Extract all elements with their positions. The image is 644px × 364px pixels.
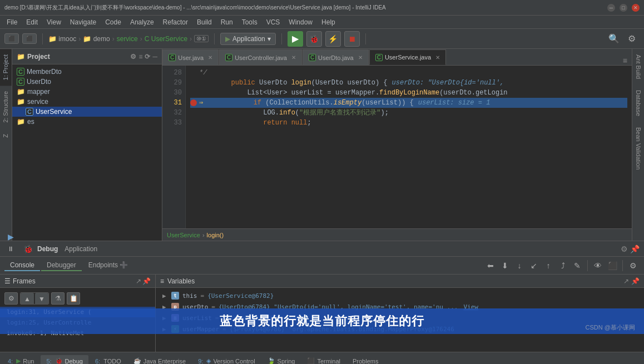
tab-problems[interactable]: Problems (347, 356, 384, 365)
tree-item-service[interactable]: 📁 service (12, 97, 162, 107)
frame-funnel-btn[interactable]: ⚗ (51, 292, 65, 305)
tree-item-memberdto[interactable]: C MemberDto (12, 67, 162, 77)
var-item-this[interactable]: ▶ t this = {UserService@6782} (156, 290, 644, 301)
menu-refactor[interactable]: Refactor (158, 17, 192, 27)
tree-item-userservice[interactable]: C UserService (12, 107, 162, 117)
project-collapse-icon[interactable]: ─ (152, 53, 157, 61)
debug-tab-debugger[interactable]: Debugger (41, 260, 82, 271)
je-icon: ☕ (133, 357, 141, 364)
debug-settings-icon[interactable]: ⚙ (621, 245, 628, 253)
menu-navigate[interactable]: Navigate (66, 17, 101, 27)
menu-help[interactable]: Help (317, 17, 340, 27)
menu-tools[interactable]: Tools (237, 17, 262, 27)
step-into-button[interactable]: ↓ (513, 259, 526, 272)
toolbar: ⬛ ⬛ 📁 imooc › 📁 demo › service › C UserS… (0, 29, 644, 49)
bc-service[interactable]: service (117, 35, 138, 43)
frames-pin-icon[interactable]: 📌 (142, 277, 151, 285)
debug-tab-endpoints[interactable]: Endpoints ➕ (83, 260, 134, 271)
tree-item-userdto[interactable]: C UserDto (12, 77, 162, 87)
editor-settings-icon[interactable]: ≡ (623, 56, 627, 65)
maximize-button[interactable]: □ (620, 4, 627, 12)
menu-view[interactable]: View (42, 17, 66, 27)
watch-button[interactable]: 👁 (591, 259, 605, 272)
sidebar-database[interactable]: Database (632, 84, 644, 122)
restore-layout-button[interactable]: ⬛ (606, 259, 619, 272)
debug-pin-icon[interactable]: 📌 (630, 245, 640, 253)
project-settings-icon[interactable]: ⚙ (130, 53, 136, 61)
step-over-prev-button[interactable]: ⬅ (484, 259, 497, 272)
project-sync-icon[interactable]: ⟳ (145, 53, 150, 61)
frames-export-icon[interactable]: ↗ (136, 277, 141, 285)
run-button[interactable]: ▶ (288, 31, 303, 47)
step-out-button[interactable]: ↑ (542, 259, 555, 272)
tab-userdto-java[interactable]: C UserDto.java ✕ (303, 49, 369, 65)
expand-icon[interactable]: ▶ (162, 292, 168, 300)
sidebar-item-structure[interactable]: 2: Structure (0, 86, 12, 128)
code-area[interactable]: */ public UserDto login(UserDto userDto)… (186, 66, 632, 228)
tab-java-enterprise[interactable]: ☕ Java Enterprise (128, 355, 191, 364)
pause-button[interactable]: ⏸ (4, 243, 17, 255)
frame-filter-btn[interactable]: ⚙ (4, 292, 18, 305)
tab-version-control[interactable]: 9: ◈ Version Control (192, 355, 260, 364)
settings-button[interactable]: ⚙ (624, 31, 640, 47)
sidebar-item-favorites[interactable]: Z (0, 128, 12, 143)
tab-terminal[interactable]: ⬛ Terminal (301, 355, 346, 364)
menu-edit[interactable]: Edit (22, 17, 42, 27)
tab-run[interactable]: 4: ▶ Run (2, 355, 39, 364)
breadcrumb-login[interactable]: login() (207, 232, 224, 238)
tab-usercontroller-java[interactable]: C UserController.java ✕ (219, 49, 302, 65)
debug-run-button[interactable]: 🐞 (306, 31, 322, 47)
frame-up-btn[interactable]: ▲ (21, 293, 34, 305)
tab-icon: C (375, 54, 383, 61)
tab-debug[interactable]: 5: 🐞 Debug (41, 355, 88, 364)
variables-pin-icon[interactable]: 📌 (631, 277, 640, 285)
stop-button[interactable]: ⏹ (344, 31, 360, 47)
force-step-into-button[interactable]: ↙ (527, 259, 541, 272)
step-over-button[interactable]: ⬇ (498, 259, 512, 272)
resume-button[interactable]: ▶ (4, 231, 17, 243)
variables-expand-icon[interactable]: ↗ (623, 277, 629, 285)
tree-item-mapper[interactable]: 📁 mapper (12, 87, 162, 97)
frame-copy-btn[interactable]: 📋 (67, 292, 80, 305)
minimize-button[interactable]: ─ (607, 4, 615, 12)
menu-run[interactable]: Run (216, 17, 237, 27)
tab-spring[interactable]: 🍃 Spring (262, 355, 301, 364)
tree-item-es[interactable]: 📁 es (12, 117, 162, 127)
close-button[interactable]: ✕ (632, 4, 640, 12)
editor-content[interactable]: 28 29 30 31 32 33 */ public UserDto lo (162, 66, 632, 228)
bc-demo[interactable]: 📁 demo (83, 35, 110, 43)
frame-down-btn[interactable]: ▼ (35, 293, 48, 305)
menu-file[interactable]: File (2, 17, 22, 27)
close-tab-icon[interactable]: ✕ (435, 54, 440, 61)
menu-window[interactable]: Window (284, 17, 317, 27)
sidebar-bean-validation[interactable]: Bean Validation (632, 122, 644, 175)
menu-build[interactable]: Build (192, 17, 216, 27)
debug-tab-console[interactable]: Console (4, 260, 40, 271)
sidebar-ant-build[interactable]: Ant Build (632, 49, 644, 84)
breadcrumb-userservice[interactable]: UserService (167, 232, 200, 238)
menu-code[interactable]: Code (101, 17, 126, 27)
tab-todo[interactable]: 6: TODO (90, 356, 127, 365)
bc-userservice[interactable]: C UserService (145, 35, 187, 43)
debug-panel: ▶ ⏸ ⏹ 🐞 Debug Application ⚙ 📌 Console De… (0, 241, 644, 352)
menu-vcs[interactable]: VCS (262, 17, 285, 27)
close-tab-icon[interactable]: ✕ (358, 54, 363, 61)
tab-user-java[interactable]: C User.java ✕ (162, 49, 219, 65)
close-tab-icon[interactable]: ✕ (208, 54, 212, 61)
close-tab-icon[interactable]: ✕ (291, 54, 296, 61)
toolbar-forward[interactable]: ⬛ (22, 33, 37, 44)
run-to-cursor-button[interactable]: ⤴ (556, 259, 569, 272)
search-everywhere-button[interactable]: 🔍 (606, 31, 622, 47)
settings-icon-debug[interactable]: ⚙ (626, 259, 640, 272)
bc-imooc[interactable]: 📁 imooc (48, 35, 76, 43)
tab-userservice-java[interactable]: C UserService.java ✕ (369, 49, 446, 65)
var-name: this (182, 292, 197, 300)
coverage-button[interactable]: ⚡ (325, 31, 341, 47)
toolbar-back[interactable]: ⬛ (4, 33, 19, 44)
evaluate-button[interactable]: ✎ (571, 259, 584, 272)
project-gear-icon[interactable]: ≡ (138, 53, 142, 61)
app-selector[interactable]: ▶ Application ▾ (220, 33, 276, 45)
sidebar-item-project[interactable]: 1: Project (0, 49, 12, 86)
frames-controls: ⚙ ▲ ▼ ⚗ 📋 (0, 290, 155, 307)
menu-analyze[interactable]: Analyze (126, 17, 158, 27)
